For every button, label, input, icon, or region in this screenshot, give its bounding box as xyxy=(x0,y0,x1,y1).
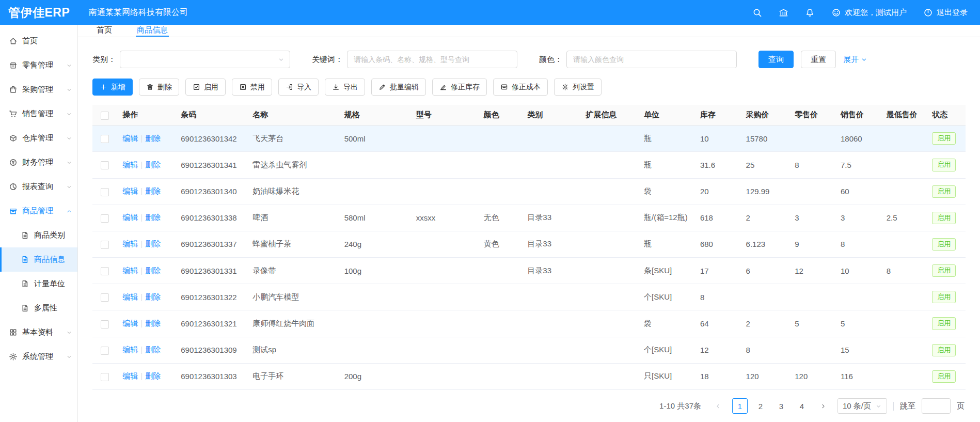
fix-stock-button[interactable]: 修正库存 xyxy=(432,79,487,96)
logout-text: 退出登录 xyxy=(937,8,968,18)
delete-link[interactable]: 删除 xyxy=(145,371,161,380)
sidebar-item-warehouse[interactable]: 仓库管理 xyxy=(0,126,77,150)
reset-button[interactable]: 重置 xyxy=(801,51,836,68)
color-input[interactable] xyxy=(566,51,737,68)
column-settings-button[interactable]: 列设置 xyxy=(554,79,602,96)
cell-unit: 条[SKU] xyxy=(639,258,695,284)
delete-link[interactable]: 删除 xyxy=(145,134,161,143)
delete-button[interactable]: 删除 xyxy=(139,79,179,96)
disable-button[interactable]: 禁用 xyxy=(232,79,272,96)
edit-link[interactable]: 编辑 xyxy=(122,292,138,301)
page-button-2[interactable]: 2 xyxy=(753,398,768,414)
enable-button[interactable]: 启用 xyxy=(185,79,226,96)
edit-link[interactable]: 编辑 xyxy=(122,134,138,143)
cell-barcode: 6901236301321 xyxy=(176,310,247,337)
cell-color xyxy=(479,310,523,337)
row-checkbox[interactable] xyxy=(101,347,109,355)
edit-link[interactable]: 编辑 xyxy=(122,213,138,222)
row-checkbox[interactable] xyxy=(101,267,109,275)
row-checkbox[interactable] xyxy=(101,214,109,223)
delete-link[interactable]: 删除 xyxy=(145,160,161,169)
button-label: 列设置 xyxy=(573,83,594,92)
bank-icon[interactable] xyxy=(779,8,788,18)
logout-button[interactable]: 退出登录 xyxy=(923,8,968,18)
prev-page-button[interactable] xyxy=(710,398,726,414)
cell-status: 启用 xyxy=(927,231,966,257)
cell-unit: 瓶 xyxy=(639,152,695,178)
sidebar-item-label: 首页 xyxy=(22,36,72,46)
page-button-3[interactable]: 3 xyxy=(773,398,789,414)
sidebar-item-measure-unit[interactable]: 计量单位 xyxy=(0,272,77,296)
delete-link[interactable]: 删除 xyxy=(145,186,161,195)
edit-link[interactable]: 编辑 xyxy=(122,239,138,248)
cell-sale_price: 8 xyxy=(835,231,881,257)
sidebar-item-product-info[interactable]: 商品信息 xyxy=(0,247,77,272)
sidebar-item-product[interactable]: 商品管理 xyxy=(0,199,77,223)
cell-ext xyxy=(580,337,639,363)
export-button[interactable]: 导出 xyxy=(325,79,365,96)
edit-link[interactable]: 编辑 xyxy=(122,160,138,169)
delete-link[interactable]: 删除 xyxy=(145,292,161,301)
tab-home[interactable]: 首页 xyxy=(96,25,113,37)
jump-page-input[interactable] xyxy=(922,398,951,414)
row-checkbox[interactable] xyxy=(101,293,109,302)
sidebar-item-finance[interactable]: 财务管理 xyxy=(0,150,77,175)
fix-cost-button[interactable]: 修正成本 xyxy=(493,79,548,96)
edit-link[interactable]: 编辑 xyxy=(122,345,138,354)
delete-link[interactable]: 删除 xyxy=(145,319,161,327)
row-checkbox[interactable] xyxy=(101,161,109,169)
batch-edit-button[interactable]: 批量编辑 xyxy=(371,79,426,96)
next-page-button[interactable] xyxy=(816,398,831,414)
sidebar-item-multi-attribute[interactable]: 多属性 xyxy=(0,296,77,320)
select-all-checkbox[interactable] xyxy=(101,112,109,120)
column-header: 最低售价 xyxy=(881,105,927,126)
row-checkbox[interactable] xyxy=(101,373,109,381)
delete-link[interactable]: 删除 xyxy=(145,266,161,275)
add-button[interactable]: 新增 xyxy=(92,79,133,96)
gear-icon xyxy=(9,352,18,361)
delete-link[interactable]: 删除 xyxy=(145,239,161,248)
link-separator: | xyxy=(140,213,143,222)
delete-link[interactable]: 删除 xyxy=(145,345,161,354)
category-select[interactable] xyxy=(120,51,290,68)
sidebar-item-home[interactable]: 首页 xyxy=(0,29,77,53)
keyword-input[interactable] xyxy=(347,51,517,68)
row-checkbox[interactable] xyxy=(101,241,109,249)
sidebar-item-sales[interactable]: 销售管理 xyxy=(0,102,77,126)
cell-name: 康师傅红烧牛肉面 xyxy=(247,310,339,337)
row-checkbox[interactable] xyxy=(101,188,109,196)
expand-link[interactable]: 展开 xyxy=(843,55,867,65)
chevron-down-icon xyxy=(66,62,72,69)
table-row: 编辑|删除6901236301338啤酒580mlxxsxx无色目录33瓶/(箱… xyxy=(92,205,966,231)
edit-link[interactable]: 编辑 xyxy=(122,186,138,195)
import-button[interactable]: 导入 xyxy=(278,79,319,96)
bell-icon[interactable] xyxy=(805,8,815,18)
delete-link[interactable]: 删除 xyxy=(145,213,161,222)
sidebar-item-system[interactable]: 系统管理 xyxy=(0,345,77,369)
tab-product-info[interactable]: 商品信息 xyxy=(136,25,169,37)
sidebar-item-retail[interactable]: 零售管理 xyxy=(0,53,77,77)
row-checkbox[interactable] xyxy=(101,135,109,143)
sidebar-item-product-category[interactable]: 商品类别 xyxy=(0,223,77,247)
page-button-4[interactable]: 4 xyxy=(794,398,810,414)
search-button[interactable]: 查询 xyxy=(758,51,794,68)
edit-link[interactable]: 编辑 xyxy=(122,266,138,275)
smiley-icon xyxy=(831,8,841,18)
status-badge: 启用 xyxy=(932,344,956,356)
table-body: 编辑|删除6901236301342飞天茅台500ml瓶101578018060… xyxy=(92,126,966,390)
link-separator: | xyxy=(140,292,143,301)
user-welcome[interactable]: 欢迎您，测试用户 xyxy=(831,8,907,18)
link-separator: | xyxy=(140,134,143,143)
row-checkbox[interactable] xyxy=(101,320,109,329)
column-header: 扩展信息 xyxy=(580,105,639,126)
page-size-select[interactable]: 10 条/页 xyxy=(837,398,887,414)
status-badge: 启用 xyxy=(932,291,956,303)
search-icon[interactable] xyxy=(752,8,762,18)
page-button-1[interactable]: 1 xyxy=(732,398,748,414)
sidebar-item-purchase[interactable]: 采购管理 xyxy=(0,77,77,102)
edit-link[interactable]: 编辑 xyxy=(122,319,138,327)
logout-icon xyxy=(923,8,933,18)
sidebar-item-basic-data[interactable]: 基本资料 xyxy=(0,320,77,345)
edit-link[interactable]: 编辑 xyxy=(122,371,138,380)
sidebar-item-report[interactable]: 报表查询 xyxy=(0,175,77,199)
